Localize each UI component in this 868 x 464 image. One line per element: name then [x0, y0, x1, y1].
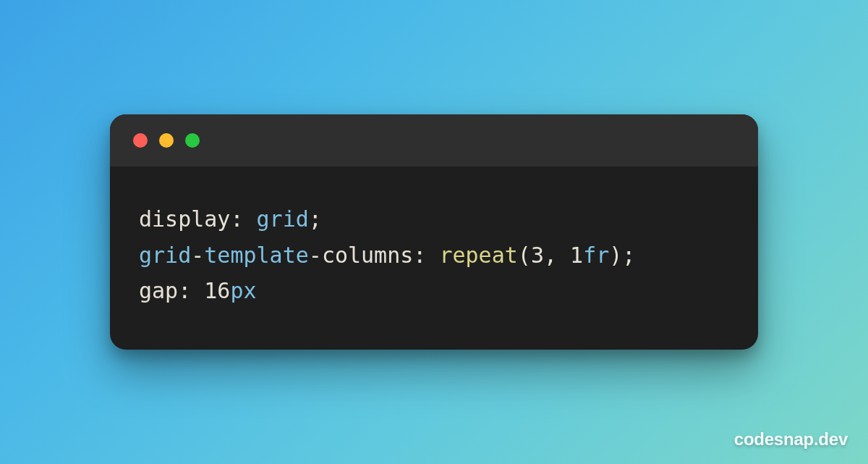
code-property: gap [139, 278, 178, 303]
code-token: 16 [204, 278, 230, 303]
maximize-icon[interactable] [185, 133, 200, 148]
code-token: - [309, 242, 322, 268]
code-token: template [204, 242, 309, 268]
watermark: codesnap.dev [734, 429, 848, 450]
code-token: grid [139, 242, 191, 268]
close-icon[interactable] [133, 133, 148, 148]
minimize-icon[interactable] [159, 133, 174, 148]
window-titlebar [110, 114, 758, 166]
code-colon: : [230, 206, 256, 232]
code-token: columns [322, 242, 413, 268]
code-token: repeat [439, 242, 517, 268]
code-body: display: grid;grid-template-columns: rep… [110, 166, 758, 350]
code-token: ( [518, 242, 531, 268]
code-token: 3 [531, 242, 544, 268]
code-token: - [191, 242, 204, 268]
code-line: gap: 16px [139, 273, 729, 309]
code-token: ) [609, 242, 622, 268]
code-line: display: grid; [139, 201, 729, 237]
code-window: display: grid;grid-template-columns: rep… [110, 114, 758, 350]
code-token: 1 [570, 242, 583, 268]
code-colon: : [178, 278, 204, 303]
code-line: grid-template-columns: repeat(3, 1fr); [139, 237, 729, 274]
code-colon: : [413, 242, 439, 268]
code-token: fr [583, 242, 609, 268]
code-token: ; [622, 242, 635, 268]
code-token: grid [257, 206, 309, 232]
code-token: ; [309, 206, 322, 232]
code-token: , [544, 242, 570, 268]
code-token: px [230, 278, 256, 303]
code-property: display [139, 206, 230, 232]
